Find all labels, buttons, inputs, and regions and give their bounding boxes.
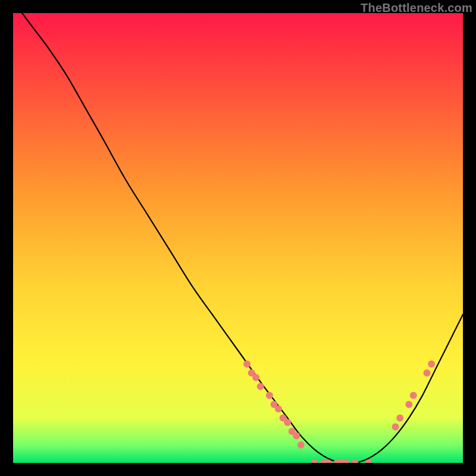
chart-marker bbox=[396, 414, 403, 421]
chart-marker bbox=[293, 433, 300, 440]
chart-marker bbox=[243, 361, 250, 368]
chart-marker bbox=[428, 361, 435, 368]
chart-marker bbox=[266, 392, 273, 399]
chart-marker bbox=[410, 392, 417, 399]
chart-background bbox=[13, 13, 463, 463]
chart-marker bbox=[275, 405, 282, 412]
chart-marker bbox=[284, 419, 291, 426]
chart-marker bbox=[298, 441, 305, 449]
chart-marker bbox=[252, 374, 259, 381]
chart-marker bbox=[257, 383, 264, 390]
chart-marker bbox=[392, 424, 399, 431]
chart-marker bbox=[405, 401, 412, 408]
chart-marker bbox=[424, 369, 431, 377]
watermark-text: TheBottleneck.com bbox=[361, 1, 472, 15]
chart-frame bbox=[13, 13, 463, 463]
chart-svg bbox=[13, 13, 463, 463]
